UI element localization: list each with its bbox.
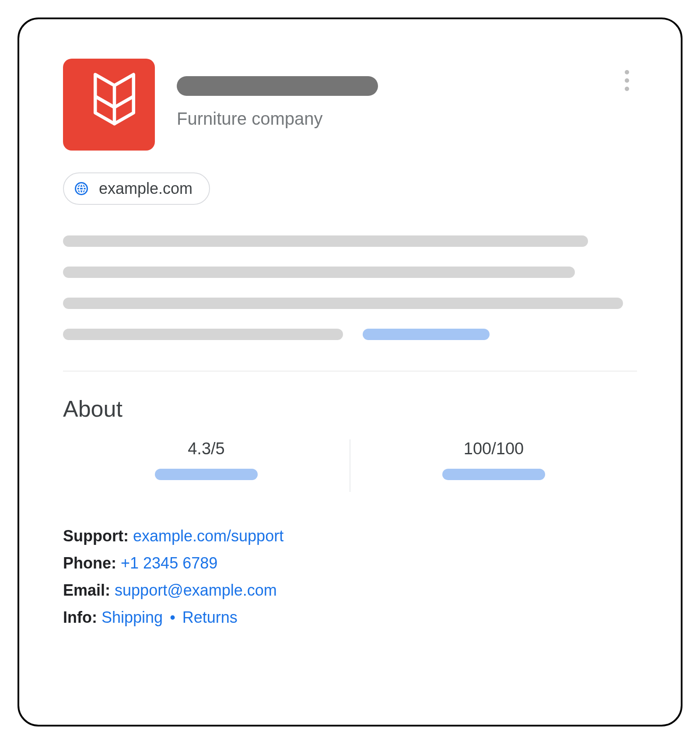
skeleton-link[interactable] [363, 329, 490, 340]
support-link[interactable]: example.com/support [133, 527, 284, 545]
about-heading: About [63, 396, 637, 422]
section-divider [63, 371, 637, 372]
support-label: Support: [63, 527, 129, 545]
metrics-row: 4.3/5 100/100 [63, 439, 637, 492]
company-name-redacted [177, 76, 378, 96]
overflow-menu-button[interactable] [621, 67, 633, 95]
website-chip-label: example.com [99, 179, 192, 198]
email-label: Email: [63, 581, 110, 599]
shipping-link[interactable]: Shipping [102, 608, 163, 626]
chair-isometric-icon [80, 72, 137, 137]
skeleton-line [63, 235, 588, 247]
info-label: Info: [63, 608, 97, 626]
email-row: Email: support@example.com [63, 581, 637, 600]
skeleton-line [63, 298, 623, 309]
rating-metric: 4.3/5 [63, 439, 350, 492]
website-chip[interactable]: example.com [63, 172, 210, 205]
score-metric: 100/100 [350, 439, 637, 492]
company-category: Furniture company [177, 109, 378, 129]
dot-separator: • [170, 608, 175, 626]
support-row: Support: example.com/support [63, 527, 637, 545]
contact-block: Support: example.com/support Phone: +1 2… [63, 527, 637, 627]
rating-value: 4.3/5 [188, 439, 225, 458]
phone-row: Phone: +1 2345 6789 [63, 554, 637, 572]
description-placeholder [63, 235, 637, 340]
skeleton-line [63, 329, 343, 340]
skeleton-line [63, 267, 575, 278]
score-label-placeholder [442, 469, 545, 480]
globe-icon [74, 181, 89, 197]
info-row: Info: Shipping • Returns [63, 608, 637, 627]
returns-link[interactable]: Returns [182, 608, 238, 626]
company-logo [63, 59, 155, 151]
email-link[interactable]: support@example.com [115, 581, 277, 599]
score-value: 100/100 [464, 439, 524, 458]
rating-label-placeholder [155, 469, 258, 480]
phone-label: Phone: [63, 554, 116, 572]
knowledge-card: Furniture company example.com About 4.3/… [18, 18, 682, 726]
card-header: Furniture company [63, 59, 637, 151]
title-block: Furniture company [177, 59, 378, 129]
phone-link[interactable]: +1 2345 6789 [121, 554, 217, 572]
